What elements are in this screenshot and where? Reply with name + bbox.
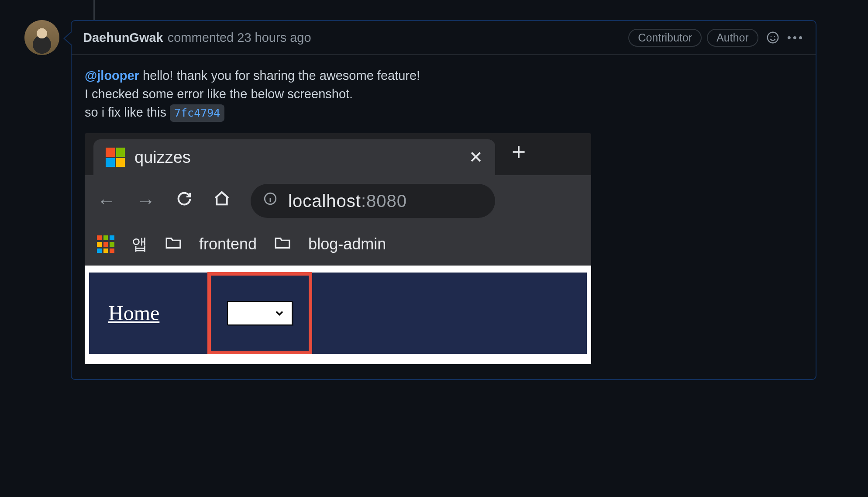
page-content: Home: [85, 266, 591, 364]
kebab-icon: •••: [787, 31, 804, 45]
avatar[interactable]: [24, 20, 59, 55]
text-line1: hello! thank you for sharing the awesome…: [139, 69, 420, 83]
apps-label: 앱: [132, 233, 148, 255]
comment-menu-button[interactable]: •••: [787, 31, 804, 45]
comment-box: DaehunGwak commented 23 hours ago Contri…: [71, 20, 816, 380]
chevron-down-icon: [273, 307, 286, 319]
folder-icon: [165, 233, 182, 255]
browser-tab: quizzes ✕: [93, 139, 495, 175]
ms-logo-icon: [106, 148, 125, 167]
text-line2: I checked some error like the below scre…: [85, 85, 803, 103]
forward-icon: →: [136, 187, 155, 215]
bookmark-frontend: frontend: [199, 233, 257, 255]
text-line3: so i fix like this: [85, 105, 170, 119]
bookmark-blog-admin: blog-admin: [308, 233, 386, 255]
empty-select: [227, 301, 293, 325]
url-host: localhost: [288, 191, 361, 211]
close-icon: ✕: [469, 145, 483, 169]
meta-action: commented: [168, 31, 234, 45]
highlight-box: [207, 272, 312, 354]
smiley-icon: [766, 31, 779, 44]
apps-icon: [97, 235, 114, 253]
browser-toolbar: ← → localhost:8080: [85, 175, 591, 227]
svg-point-0: [768, 32, 778, 43]
omnibox: localhost:8080: [251, 184, 495, 218]
svg-point-2: [774, 36, 775, 37]
commit-link[interactable]: 7fc4794: [170, 104, 224, 122]
home-link: Home: [108, 298, 159, 328]
author-link[interactable]: DaehunGwak: [83, 31, 163, 45]
comment-meta: commented 23 hours ago: [168, 31, 311, 45]
url-port: :8080: [361, 191, 407, 211]
home-icon: [213, 187, 231, 215]
app-navbar: Home: [89, 273, 587, 354]
badge-contributor: Contributor: [628, 29, 702, 47]
folder-icon: [274, 233, 291, 255]
add-reaction-button[interactable]: [766, 31, 779, 44]
info-icon: [263, 191, 278, 211]
bookmarks-bar: 앱 frontend blog-admin: [85, 227, 591, 265]
reload-icon: [176, 187, 193, 215]
comment: DaehunGwak commented 23 hours ago Contri…: [24, 20, 816, 380]
tab-title: quizzes: [134, 145, 459, 169]
back-icon: ←: [97, 187, 116, 215]
badge-author: Author: [707, 29, 758, 47]
browser-tabbar: quizzes ✕ ＋: [85, 133, 591, 175]
comment-header: DaehunGwak commented 23 hours ago Contri…: [72, 21, 816, 55]
meta-time[interactable]: 23 hours ago: [237, 31, 311, 45]
attached-image[interactable]: quizzes ✕ ＋ ← →: [85, 133, 591, 364]
svg-point-1: [770, 36, 771, 37]
comment-body: @jlooper hello! thank you for sharing th…: [72, 55, 816, 379]
plus-icon: ＋: [507, 135, 530, 175]
mention-link[interactable]: @jlooper: [85, 69, 139, 83]
